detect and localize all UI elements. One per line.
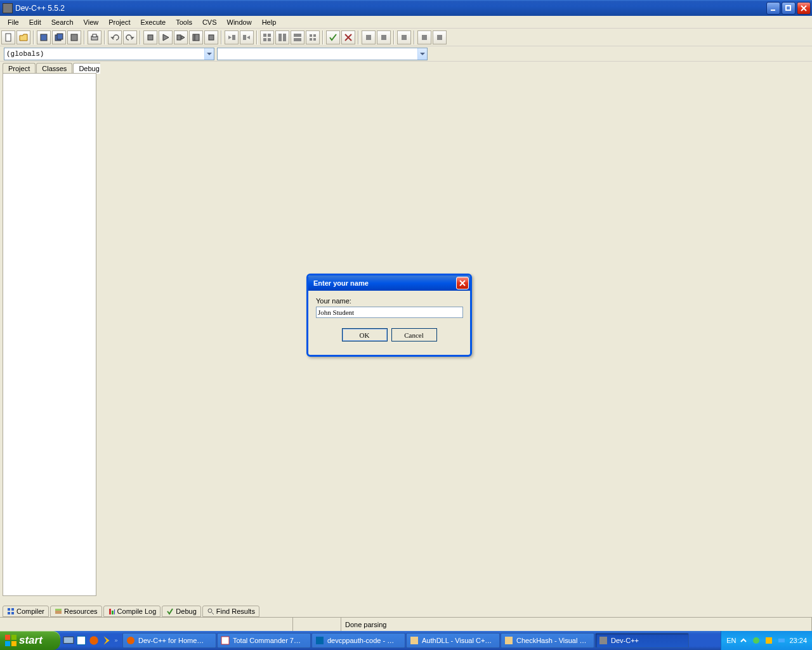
print-button[interactable] [88, 30, 102, 44]
svg-rect-50 [316, 637, 324, 644]
svg-rect-21 [294, 38, 301, 41]
svg-rect-2 [41, 34, 47, 41]
task-item-authdll[interactable]: AuthDLL - Visual C+… [406, 633, 500, 648]
rebuild-button[interactable] [189, 30, 203, 44]
help1-button[interactable] [362, 30, 376, 44]
save-button[interactable] [37, 30, 51, 44]
tool-b-button[interactable] [417, 30, 431, 44]
tab-classes[interactable]: Classes [36, 63, 72, 74]
help2-button[interactable] [377, 30, 391, 44]
dialog-close-button[interactable] [456, 277, 469, 289]
tray-clock[interactable]: 23:24 [789, 637, 807, 644]
menu-file[interactable]: File [4, 17, 23, 27]
menu-window[interactable]: Window [223, 17, 256, 27]
ql-firefox-icon[interactable] [88, 635, 100, 646]
grid1-button[interactable] [260, 30, 274, 44]
cancel-button[interactable]: Cancel [391, 328, 437, 342]
menubar: File Edit Search View Project Execute To… [0, 16, 812, 29]
main-titlebar: Dev-C++ 5.5.2 [0, 0, 812, 16]
bottom-tabs: Compiler Resources Compile Log Debug Fin… [3, 606, 261, 617]
new-file-button[interactable] [1, 30, 15, 44]
save-all-button[interactable] [52, 30, 66, 44]
tool-a-button[interactable] [397, 30, 411, 44]
tab-project[interactable]: Project [3, 63, 36, 74]
debug-button[interactable] [204, 30, 218, 44]
statusbar: Done parsing [0, 617, 812, 631]
ql-explorer-icon[interactable] [75, 635, 87, 646]
svg-rect-32 [11, 608, 14, 611]
globals-dropdown[interactable]: (globals) [4, 48, 214, 60]
tab-find-results[interactable]: Find Results [202, 606, 259, 617]
compile-button[interactable] [143, 30, 157, 44]
svg-point-54 [753, 637, 759, 644]
scope-dropdown[interactable] [217, 48, 428, 60]
svg-rect-18 [278, 34, 282, 41]
menu-help[interactable]: Help [258, 17, 280, 27]
svg-rect-33 [8, 612, 10, 614]
ok-button[interactable]: OK [342, 328, 388, 342]
svg-rect-4 [57, 34, 63, 39]
svg-rect-49 [221, 637, 229, 644]
close-button[interactable] [797, 2, 811, 15]
tray-icon-1[interactable] [751, 635, 761, 646]
start-button[interactable]: start [0, 631, 60, 650]
status-cell-2 [293, 618, 341, 631]
ql-expand-icon[interactable]: » [114, 637, 119, 644]
ql-winamp-icon[interactable] [101, 635, 112, 646]
tool-c-button[interactable] [433, 30, 447, 44]
menu-edit[interactable]: Edit [25, 17, 45, 27]
start-label: start [19, 634, 43, 647]
tray-lang[interactable]: EN [726, 637, 736, 644]
menu-project[interactable]: Project [105, 17, 134, 27]
goto-bookmark-button[interactable] [225, 30, 239, 44]
main-toolbar [0, 29, 812, 46]
svg-rect-43 [5, 641, 10, 646]
open-file-button[interactable] [16, 30, 30, 44]
svg-rect-5 [71, 34, 77, 41]
menu-cvs[interactable]: CVS [199, 17, 221, 27]
tray-icon-3[interactable] [776, 635, 787, 646]
minimize-button[interactable] [766, 2, 780, 15]
svg-rect-14 [263, 34, 266, 37]
svg-rect-41 [5, 635, 10, 640]
task-item-checkhash[interactable]: CheckHash - Visual … [501, 633, 594, 648]
undo-button[interactable] [108, 30, 122, 44]
run-button[interactable] [159, 30, 173, 44]
ql-desktop-icon[interactable] [63, 635, 74, 646]
menu-search[interactable]: Search [48, 17, 77, 27]
next-bookmark-button[interactable] [240, 30, 254, 44]
save-as-button[interactable] [67, 30, 81, 44]
grid4-button[interactable] [306, 30, 320, 44]
tab-compiler[interactable]: Compiler [3, 606, 49, 617]
tray-icon-2[interactable] [764, 635, 774, 646]
cup-close-button[interactable] [341, 30, 355, 44]
tab-compile-log[interactable]: Compile Log [103, 606, 161, 617]
name-input[interactable] [316, 307, 463, 318]
redo-button[interactable] [123, 30, 137, 44]
task-item-devcpp-home[interactable]: Dev-C++ for Home… [122, 633, 216, 648]
tab-resources[interactable]: Resources [50, 606, 102, 617]
menu-execute[interactable]: Execute [136, 17, 169, 27]
tab-debug-bottom[interactable]: Debug [162, 606, 200, 617]
check-button[interactable] [326, 30, 340, 44]
svg-rect-25 [313, 38, 316, 41]
menu-view[interactable]: View [80, 17, 103, 27]
task-item-totalcmd[interactable]: Total Commander 7… [217, 633, 311, 648]
svg-rect-11 [209, 35, 214, 40]
svg-rect-51 [410, 637, 418, 644]
menu-tools[interactable]: Tools [172, 17, 196, 27]
svg-rect-9 [177, 35, 181, 40]
grid3-button[interactable] [291, 30, 304, 44]
tray-arrow-icon[interactable] [738, 635, 749, 646]
task-item-devcppauth[interactable]: devcppauth-code - … [311, 633, 405, 648]
svg-rect-24 [310, 38, 312, 41]
grid2-button[interactable] [275, 30, 289, 44]
dialog-titlebar[interactable]: Enter your name [308, 275, 470, 291]
compile-run-button[interactable] [174, 30, 188, 44]
task-item-devcpp[interactable]: Dev-C++ [595, 633, 689, 648]
svg-point-47 [89, 636, 98, 645]
maximize-button[interactable] [782, 2, 796, 15]
task-items: Dev-C++ for Home… Total Commander 7… dev… [121, 631, 721, 650]
svg-rect-1 [6, 34, 11, 41]
svg-rect-31 [8, 608, 10, 611]
